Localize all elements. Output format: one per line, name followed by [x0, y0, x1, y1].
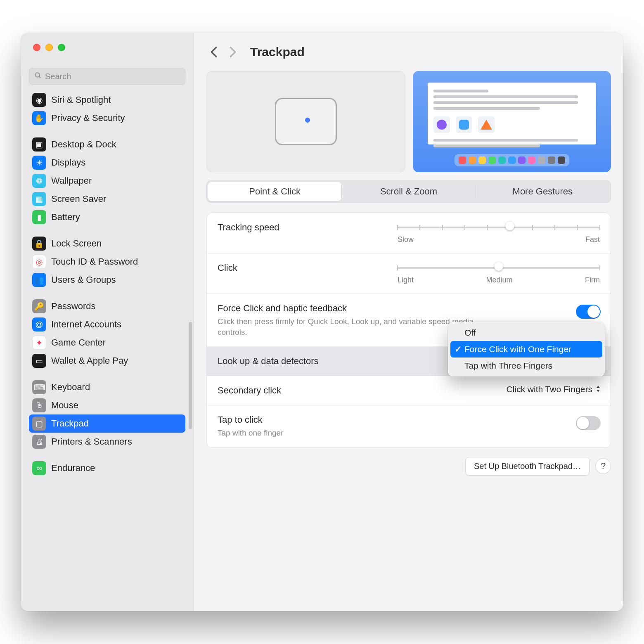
sidebar-item-battery[interactable]: ▮Battery	[29, 208, 185, 226]
sidebar-item-label: Endurance	[51, 463, 95, 474]
tab-point-click[interactable]: Point & Click	[208, 182, 341, 201]
sidebar-item-internet-accounts[interactable]: @Internet Accounts	[29, 315, 185, 334]
sidebar-item-desktop-dock[interactable]: ▣Desktop & Dock	[29, 135, 185, 154]
sidebar-item-trackpad[interactable]: ▢Trackpad	[29, 414, 185, 433]
sidebar-scrollbar[interactable]	[189, 322, 192, 429]
sidebar-item-label: Game Center	[51, 337, 106, 348]
svg-line-1	[39, 76, 40, 78]
sidebar-item-endurance[interactable]: ∞Endurance	[29, 459, 185, 477]
sidebar-item-touch-id-password[interactable]: ◎Touch ID & Password	[29, 253, 185, 271]
keyboard-icon: ⌨	[32, 380, 46, 394]
sidebar-item-users-groups[interactable]: 👥Users & Groups	[29, 271, 185, 289]
sidebar-item-screen-saver[interactable]: ▦Screen Saver	[29, 190, 185, 208]
click-slider[interactable]	[398, 264, 600, 271]
wallet-apple-pay-icon: ▭	[32, 354, 46, 368]
sidebar-item-passwords[interactable]: 🔑Passwords	[29, 297, 185, 315]
titlebar: Trackpad	[194, 33, 623, 71]
sidebar-item-privacy-security[interactable]: ✋Privacy & Security	[29, 109, 185, 127]
sidebar-item-printers-scanners[interactable]: 🖨Printers & Scanners	[29, 433, 185, 451]
setup-bluetooth-trackpad-button[interactable]: Set Up Bluetooth Trackpad…	[465, 457, 590, 476]
secondary-click-select[interactable]: Click with Two Fingers	[506, 384, 601, 394]
svg-marker-2	[597, 386, 600, 388]
system-settings-window: Search ◉Siri & Spotlight✋Privacy & Secur…	[21, 33, 623, 611]
sidebar-item-label: Screen Saver	[51, 194, 106, 204]
internet-accounts-icon: @	[32, 317, 46, 331]
zoom-window-button[interactable]	[58, 44, 65, 51]
close-window-button[interactable]	[33, 44, 40, 51]
search-placeholder: Search	[45, 72, 71, 81]
printers-scanners-icon: 🖨	[32, 435, 46, 449]
sidebar-item-label: Displays	[51, 157, 85, 168]
game-center-icon: ✦	[32, 336, 46, 350]
mouse-icon: 🖱	[32, 398, 46, 412]
lookup-option-off[interactable]: Off	[450, 324, 602, 341]
settings-panel: Tracking speed Slow Fast Click	[206, 213, 611, 448]
lookup-option-tap-three[interactable]: Tap with Three Fingers	[450, 358, 602, 374]
tap-to-click-toggle[interactable]	[576, 416, 601, 430]
row-secondary-click: Secondary click Click with Two Fingers	[207, 376, 611, 405]
tab-scroll-zoom[interactable]: Scroll & Zoom	[342, 182, 475, 201]
sidebar-item-displays[interactable]: ☀Displays	[29, 154, 185, 172]
tab-more-gestures[interactable]: More Gestures	[476, 182, 609, 201]
forward-button[interactable]	[225, 44, 241, 60]
sidebar-item-siri-spotlight[interactable]: ◉Siri & Spotlight	[29, 91, 185, 109]
svg-point-0	[35, 73, 40, 77]
force-click-toggle[interactable]	[576, 305, 601, 319]
sidebar-item-label: Passwords	[51, 301, 96, 312]
siri-spotlight-icon: ◉	[32, 93, 46, 107]
click-light-label: Light	[398, 276, 414, 284]
sidebar: Search ◉Siri & Spotlight✋Privacy & Secur…	[21, 33, 194, 611]
main-pane: Trackpad	[194, 33, 623, 611]
desktop-dock-icon: ▣	[32, 137, 46, 152]
sidebar-item-label: Battery	[51, 212, 80, 223]
passwords-icon: 🔑	[32, 299, 46, 313]
sidebar-item-label: Touch ID & Password	[51, 256, 138, 267]
force-click-description: Click then press firmly for Quick Look, …	[218, 316, 482, 337]
users-groups-icon: 👥	[32, 273, 46, 287]
secondary-click-value: Click with Two Fingers	[506, 384, 592, 394]
trackpad-icon	[275, 98, 337, 145]
sidebar-item-wallpaper[interactable]: ❁Wallpaper	[29, 172, 185, 190]
sidebar-item-label: Printers & Scanners	[51, 436, 132, 447]
sidebar-item-label: Siri & Spotlight	[51, 95, 111, 105]
page-title: Trackpad	[250, 45, 305, 59]
sidebar-item-label: Lock Screen	[51, 238, 102, 249]
screen-saver-icon: ▦	[32, 192, 46, 206]
sidebar-item-label: Wallet & Apple Pay	[51, 355, 128, 366]
search-input[interactable]: Search	[29, 68, 185, 85]
sidebar-item-lock-screen[interactable]: 🔒Lock Screen	[29, 234, 185, 253]
lookup-option-force-click[interactable]: Force Click with One Finger	[450, 341, 602, 358]
sidebar-item-label: Mouse	[51, 400, 78, 411]
lock-screen-icon: 🔒	[32, 237, 46, 251]
tap-to-click-label: Tap to click	[218, 414, 600, 425]
sidebar-item-keyboard[interactable]: ⌨Keyboard	[29, 378, 185, 396]
force-click-label: Force Click and haptic feedback	[218, 303, 600, 314]
battery-icon: ▮	[32, 210, 46, 224]
tracking-fast-label: Fast	[585, 235, 600, 244]
help-button[interactable]: ?	[595, 458, 611, 474]
trackpad-preview	[206, 71, 405, 172]
wallpaper-icon: ❁	[32, 174, 46, 188]
privacy-security-icon: ✋	[32, 111, 46, 125]
sidebar-item-label: Wallpaper	[51, 175, 92, 186]
minimize-window-button[interactable]	[45, 44, 53, 51]
sidebar-item-label: Users & Groups	[51, 275, 116, 285]
click-firm-label: Firm	[585, 276, 600, 284]
click-label: Click	[218, 263, 237, 273]
sidebar-item-game-center[interactable]: ✦Game Center	[29, 334, 185, 352]
sidebar-item-mouse[interactable]: 🖱Mouse	[29, 396, 185, 414]
endurance-icon: ∞	[32, 461, 46, 475]
row-tracking-speed: Tracking speed Slow Fast	[207, 213, 611, 253]
touch-id-password-icon: ◎	[32, 255, 46, 269]
back-button[interactable]	[206, 44, 222, 60]
displays-icon: ☀	[32, 156, 46, 170]
lookup-popup: Off Force Click with One Finger Tap with…	[448, 322, 605, 376]
updown-icon	[596, 385, 601, 394]
sidebar-item-label: Keyboard	[51, 382, 90, 393]
svg-marker-3	[597, 390, 600, 392]
sidebar-item-wallet-apple-pay[interactable]: ▭Wallet & Apple Pay	[29, 352, 185, 370]
tracking-speed-slider[interactable]	[398, 224, 600, 230]
row-tap-to-click: Tap to click Tap with one finger	[207, 405, 611, 447]
sidebar-item-label: Trackpad	[51, 418, 89, 429]
trackpad-icon: ▢	[32, 417, 46, 431]
